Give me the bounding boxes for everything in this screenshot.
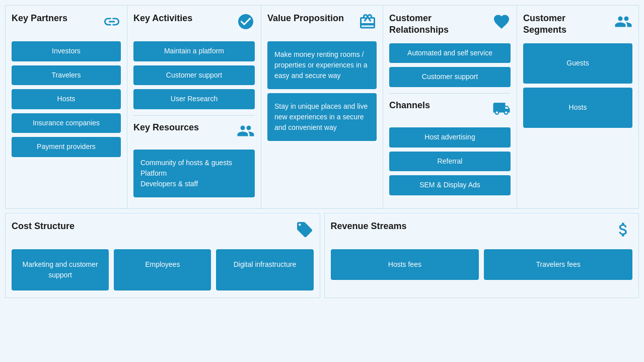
card-digital-infra: Digital infrastructure: [216, 249, 313, 291]
key-activities-cards: Maintain a platform Customer support Use…: [133, 41, 255, 109]
card-hosts: Hosts: [12, 89, 121, 109]
customer-relationships-section: Customer Relationships Automated and sel…: [383, 6, 517, 208]
money-icon: [614, 221, 632, 242]
card-travelers-fees: Travelers fees: [484, 249, 632, 280]
customer-seg-cards: Guests Hosts: [523, 43, 632, 128]
card-marketing: Marketing and customer support: [12, 249, 109, 291]
card-travelers: Travelers: [12, 65, 121, 86]
cost-structure-section: Cost Structure Marketing and customer su…: [5, 213, 320, 298]
top-row: Key Partners Investors Travelers Hosts I…: [5, 5, 639, 209]
key-resources-title: Key Resources: [133, 122, 199, 133]
link-icon: [103, 13, 121, 34]
card-automated: Automated and self service: [389, 43, 511, 63]
key-activities-section: Key Activities Maintain a platform Custo…: [127, 6, 261, 208]
gift-icon: [359, 13, 377, 34]
key-partners-header: Key Partners: [12, 13, 121, 34]
card-payment: Payment providers: [12, 137, 121, 157]
revenue-header: Revenue Streams: [331, 221, 633, 242]
card-user-research: User Research: [133, 89, 255, 109]
customer-rel-title: Customer Relationships: [389, 13, 489, 36]
card-seg-hosts: Hosts: [523, 88, 632, 128]
tag-icon: [296, 221, 314, 242]
key-activities-header: Key Activities: [133, 13, 255, 34]
heart-icon: [492, 13, 511, 34]
customer-rel-header: Customer Relationships: [389, 13, 511, 36]
card-sem: SEM & Display Ads: [389, 175, 511, 195]
customer-segments-section: Customer Segments Guests Hosts: [517, 6, 638, 208]
card-insurance: Insurance companies: [12, 113, 121, 133]
cost-cards-row: Marketing and customer support Employees…: [12, 249, 314, 291]
customer-seg-title: Customer Segments: [523, 13, 611, 36]
card-customer-support-rel: Customer support: [389, 67, 511, 87]
value-proposition-section: Value Proposition Make money renting roo…: [261, 6, 383, 208]
cost-header: Cost Structure: [12, 221, 314, 242]
revenue-title: Revenue Streams: [331, 221, 407, 232]
card-value-prop-1: Make money renting rooms / properties or…: [267, 41, 377, 89]
card-hosts-fees: Hosts fees: [331, 249, 479, 280]
revenue-cards-row: Hosts fees Travelers fees: [331, 249, 633, 280]
customer-seg-header: Customer Segments: [523, 13, 632, 36]
key-partners-cards: Investors Travelers Hosts Insurance comp…: [12, 41, 121, 157]
customer-rel-cards: Automated and self service Customer supp…: [389, 43, 511, 87]
cost-title: Cost Structure: [12, 221, 75, 232]
card-customer-support-activity: Customer support: [133, 65, 255, 86]
channels-title: Channels: [389, 100, 430, 111]
bottom-row: Cost Structure Marketing and customer su…: [5, 213, 639, 298]
channels-header: Channels: [389, 100, 511, 121]
business-model-canvas: Key Partners Investors Travelers Hosts I…: [5, 5, 639, 298]
people-icon: [614, 13, 632, 34]
card-guests: Guests: [523, 43, 632, 84]
card-host-advertising: Host advertising: [389, 127, 511, 148]
checkmark-icon: [237, 13, 255, 34]
key-activities-title: Key Activities: [133, 13, 192, 24]
revenue-streams-section: Revenue Streams Hosts fees Travelers fee…: [324, 213, 639, 298]
truck-icon: [492, 100, 511, 121]
key-partners-title: Key Partners: [12, 13, 67, 24]
card-employees: Employees: [114, 249, 211, 291]
card-maintain-platform: Maintain a platform: [133, 41, 255, 61]
resources-icon: [237, 122, 255, 143]
value-prop-title: Value Proposition: [267, 13, 344, 24]
activities-resources-divider: [133, 115, 255, 116]
value-prop-header: Value Proposition: [267, 13, 377, 34]
card-resources: Community of hosts & guestsPlatformDevel…: [133, 150, 255, 197]
card-investors: Investors: [12, 41, 121, 61]
key-resources-header: Key Resources: [133, 122, 255, 143]
rel-channels-divider: [389, 93, 511, 94]
card-referral: Referral: [389, 152, 511, 172]
channels-cards: Host advertising Referral SEM & Display …: [389, 127, 511, 195]
card-value-prop-2: Stay in unique places and live new exper…: [267, 93, 377, 141]
key-partners-section: Key Partners Investors Travelers Hosts I…: [6, 6, 127, 208]
